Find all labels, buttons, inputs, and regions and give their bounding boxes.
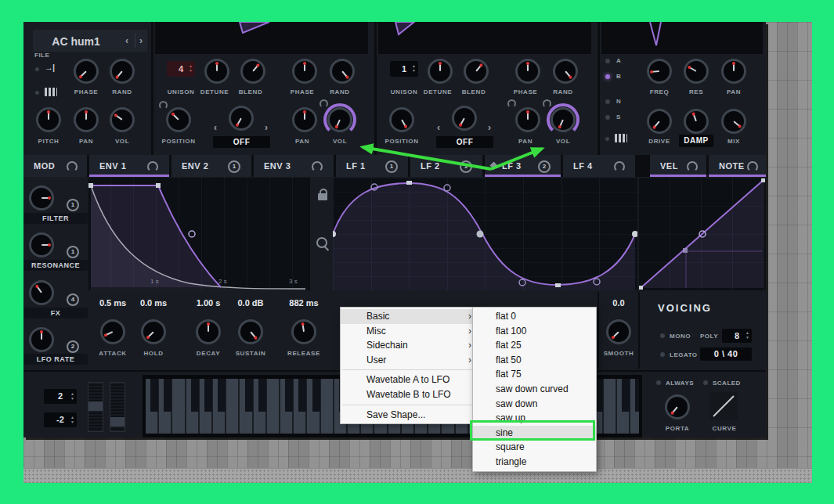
filter-damp-knob[interactable] [684, 109, 709, 134]
decay-knob[interactable] [196, 319, 221, 344]
transpose-down-chevron[interactable]: ‹ [437, 122, 440, 133]
decay-value[interactable]: 1.00 s [185, 298, 232, 308]
tab-lf2[interactable]: LF 21 [410, 155, 482, 177]
osc2-phase-knob[interactable] [515, 59, 540, 84]
piano-keytrack-icon[interactable] [615, 134, 627, 142]
tab-mod[interactable]: MOD [23, 155, 87, 177]
pitch-wheel-thumb[interactable] [88, 401, 103, 411]
hold-knob[interactable] [141, 319, 166, 344]
filter-damp-mode-display[interactable]: DAMP [679, 135, 713, 147]
keytrack-toggle-dot[interactable] [35, 91, 39, 95]
menu-item-misc[interactable]: Misc› [341, 324, 478, 339]
osc1-transpose-knob[interactable] [229, 106, 254, 131]
attack-knob[interactable] [100, 319, 125, 344]
master-phase-knob[interactable] [74, 59, 99, 84]
stepper-arrows-icon[interactable]: ▲▼ [70, 391, 74, 401]
stepper-arrows-icon[interactable]: ▲▼ [412, 63, 416, 73]
legato-radio[interactable] [660, 352, 665, 357]
envelope-graph[interactable]: 1 s 2 s 3 s [88, 178, 309, 290]
osc2-transpose-display[interactable]: OFF [436, 136, 493, 148]
bend-down-stepper[interactable]: -2 ▲▼ [44, 412, 77, 427]
filter-route-b-radio[interactable] [605, 74, 610, 79]
tab-env3[interactable]: ENV 3 [254, 155, 334, 177]
keytrack-graph[interactable] [638, 178, 766, 290]
osc2-position-knob[interactable] [389, 107, 414, 132]
tab-lf4[interactable]: LF 4 [563, 155, 635, 177]
filter-res-knob[interactable] [684, 59, 709, 84]
smooth-value[interactable]: 0.0 [595, 298, 642, 308]
attack-value[interactable]: 0.5 ms [89, 298, 136, 308]
preset-prev-button[interactable]: ‹ [125, 35, 128, 46]
filter-route-s-radio[interactable] [605, 115, 610, 120]
osc2-wavetable-display[interactable] [378, 22, 591, 54]
lfo-graph[interactable] [333, 178, 637, 290]
tab-lf3[interactable]: LF 32 [485, 155, 561, 177]
tab-vel[interactable]: VEL [650, 155, 706, 177]
tab-lf1[interactable]: LF 11 [336, 155, 408, 177]
fx-mod-knob[interactable] [29, 280, 54, 305]
transpose-up-chevron[interactable]: › [488, 122, 491, 133]
transpose-down-chevron[interactable]: ‹ [214, 122, 217, 133]
osc1-vol-knob[interactable] [327, 107, 352, 132]
piano-keytrack-icon[interactable] [45, 88, 57, 96]
tab-env2[interactable]: ENV 21 [171, 155, 251, 177]
menu-item-wavetable-b-to-lfo[interactable]: Wavetable B to LFO [341, 387, 478, 402]
pitch-bend-display[interactable]: 0 \ 40 [700, 347, 752, 361]
sustain-knob[interactable] [238, 319, 263, 344]
menu-item-user[interactable]: User› [341, 353, 478, 368]
menu-item-basic[interactable]: Basic› [341, 309, 478, 324]
mod-slot-label[interactable]: FILTER [23, 213, 88, 224]
mod-slot-label[interactable]: RESONANCE [23, 260, 88, 271]
sustain-value[interactable]: 0.0 dB [227, 298, 274, 308]
menu-item-sidechain[interactable]: Sidechain› [341, 338, 478, 353]
zoom-icon[interactable] [316, 237, 327, 248]
osc1-detune-knob[interactable] [204, 59, 229, 84]
stepper-arrows-icon[interactable]: ▲▼ [746, 330, 749, 340]
submenu-item-square[interactable]: square [473, 440, 596, 455]
stepper-arrows-icon[interactable]: ▲▼ [189, 63, 193, 73]
release-value[interactable]: 882 ms [280, 298, 327, 308]
osc1-phase-knob[interactable] [292, 59, 317, 84]
porta-always-radio[interactable] [656, 380, 661, 385]
submenu-item-flat-25[interactable]: flat 25 [473, 338, 596, 353]
release-knob[interactable] [291, 319, 316, 344]
filter-mod-knob[interactable] [29, 185, 54, 211]
filter-keytrack-dot[interactable] [605, 137, 609, 141]
osc2-pan-knob[interactable] [515, 107, 540, 132]
mod-slot-label[interactable]: LFO RATE [23, 354, 88, 365]
porta-knob[interactable] [665, 394, 690, 419]
hold-value[interactable]: 0.0 ms [130, 298, 177, 308]
osc1-blend-knob[interactable] [240, 59, 265, 84]
submenu-item-flat-50[interactable]: flat 50 [473, 353, 596, 368]
osc1-wavetable-display[interactable] [155, 22, 368, 54]
osc2-rand-knob[interactable] [553, 59, 578, 84]
mod-wheel-thumb[interactable] [110, 417, 125, 427]
master-pan-knob[interactable] [74, 107, 99, 132]
filter-display[interactable] [601, 22, 763, 54]
menu-item-wavetable-a-to-lfo[interactable]: Wavetable A to LFO [341, 373, 478, 387]
poly-stepper[interactable]: 8 ▲▼ [722, 329, 752, 343]
porta-curve-display[interactable] [709, 392, 738, 420]
stepper-arrows-icon[interactable]: ▲▼ [70, 415, 74, 424]
osc2-blend-knob[interactable] [464, 59, 489, 84]
submenu-item-flat-100[interactable]: flat 100 [473, 324, 596, 339]
mono-radio[interactable] [660, 333, 665, 338]
pitch-wheel[interactable] [88, 382, 103, 432]
submenu-item-saw-down-curved[interactable]: saw down curved [473, 382, 596, 397]
preset-selector[interactable]: AC hum1 ‹ › [33, 30, 147, 52]
master-pitch-knob[interactable] [36, 107, 61, 132]
filter-pan-knob[interactable] [721, 59, 746, 84]
transpose-up-chevron[interactable]: › [265, 122, 268, 133]
master-rand-knob[interactable] [110, 59, 135, 84]
filter-drive-knob[interactable] [647, 109, 672, 134]
mod-slot-label[interactable]: FX [23, 308, 88, 319]
osc2-detune-knob[interactable] [428, 59, 453, 84]
tab-note[interactable]: NOTE [709, 155, 766, 177]
filter-mix-knob[interactable] [721, 109, 746, 134]
submenu-item-saw-down[interactable]: saw down [473, 397, 596, 412]
bend-up-stepper[interactable]: 2 ▲▼ [44, 389, 77, 404]
submenu-item-flat-0[interactable]: flat 0 [473, 309, 596, 324]
mod-wheel[interactable] [110, 382, 125, 432]
osc1-pan-knob[interactable] [292, 107, 317, 132]
menu-item-save-shape[interactable]: Save Shape... [341, 408, 478, 423]
